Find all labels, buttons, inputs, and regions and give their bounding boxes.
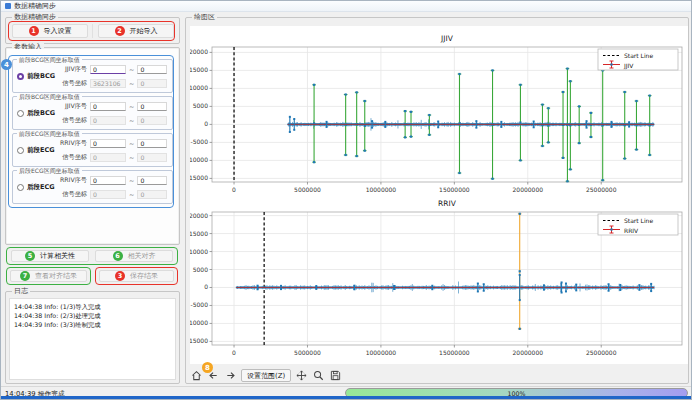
radio-ecg-front[interactable]: 前段ECG — [17, 146, 55, 155]
badge-6: 6 — [113, 251, 123, 261]
bcg-rear-index-end-input[interactable] — [137, 102, 167, 111]
save-icon[interactable] — [329, 369, 342, 382]
ecg-front-coord-end-input[interactable] — [137, 153, 167, 162]
calc-correlation-button[interactable]: 5计算相关性 — [11, 250, 89, 262]
params-groupbox: 参数输入 前段BCG区间坐标取值前段BCGJJIV序号~信号坐标~后段BCG区间… — [5, 47, 180, 245]
param-section-title: 前段BCG区间坐标取值 — [17, 56, 82, 63]
ecg-front-coord-start-input[interactable] — [90, 153, 126, 162]
svg-text:RRIV: RRIV — [624, 227, 639, 234]
radio-label: 后段BCG — [27, 109, 55, 118]
tilde-separator: ~ — [129, 177, 134, 185]
svg-text:10000: 10000 — [190, 84, 208, 91]
save-result-button[interactable]: 3保存结果 — [99, 270, 174, 282]
action-button-label: 计算相关性 — [40, 251, 75, 261]
svg-text:-15000: -15000 — [190, 337, 208, 344]
param-row: 信号坐标~ — [55, 115, 170, 126]
home-icon[interactable] — [190, 369, 203, 382]
param-row: RRIV序号~ — [55, 138, 170, 149]
ecg-rear-index-end-input[interactable] — [137, 176, 167, 185]
plot-groupbox: 绘图区 050000001000000015000000200000002500… — [185, 17, 689, 384]
taskbar-edge — [1, 396, 691, 399]
app-window: 数据精确同步 数据精确同步 1 导入设置 2 开始导入 参数输入 前段BCG区间… — [0, 0, 692, 400]
import-settings-label: 导入设置 — [44, 26, 72, 36]
badge-8: 8 — [202, 362, 213, 373]
bcg-rear-index-start-input[interactable] — [90, 102, 126, 111]
svg-text:-15000: -15000 — [190, 174, 208, 181]
annotation-rect-view-result: 7查看对齐结果 — [6, 267, 91, 285]
title-bar: 数据精确同步 — [1, 1, 691, 12]
radio-circle[interactable] — [17, 73, 24, 80]
svg-text:RRIV: RRIV — [438, 199, 457, 208]
svg-text:-10000: -10000 — [190, 319, 208, 326]
svg-text:15000000: 15000000 — [439, 349, 470, 356]
radio-circle[interactable] — [17, 147, 24, 154]
bcg-front-index-end-input[interactable] — [137, 65, 167, 74]
plot-toolbar: 设置范围(Z) — [190, 368, 342, 383]
plot-groupbox-label: 绘图区 — [192, 13, 217, 21]
param-row-label: 信号坐标 — [55, 79, 87, 88]
radio-ecg-rear[interactable]: 后段ECG — [17, 183, 55, 192]
bcg-front-coord-start-input[interactable] — [90, 79, 126, 88]
ecg-front-index-end-input[interactable] — [137, 139, 167, 148]
action-button-label: 查看对齐结果 — [35, 271, 77, 281]
svg-text:JJIV: JJIV — [440, 34, 454, 43]
radio-label: 后段ECG — [27, 183, 55, 192]
svg-text:20000000: 20000000 — [513, 349, 544, 356]
figure-canvas[interactable]: 0500000010000000150000002000000025000000… — [190, 26, 688, 364]
radio-circle[interactable] — [17, 110, 24, 117]
svg-text:-10000: -10000 — [190, 156, 208, 163]
svg-text:15000: 15000 — [190, 230, 208, 237]
bcg-rear-coord-end-input[interactable] — [137, 116, 167, 125]
param-section-title: 前段ECG区间坐标取值 — [17, 130, 82, 137]
svg-text:JJIV: JJIV — [623, 62, 634, 70]
svg-text:Start Line: Start Line — [624, 217, 653, 224]
forward-icon[interactable] — [224, 369, 237, 382]
param-row-label: RRIV序号 — [55, 176, 87, 185]
param-row: 信号坐标~ — [55, 189, 170, 200]
svg-text:25000000: 25000000 — [586, 186, 617, 193]
param-section-title: 后段ECG区间坐标取值 — [17, 167, 82, 174]
radio-circle[interactable] — [17, 184, 24, 191]
ecg-front-index-start-input[interactable] — [90, 139, 126, 148]
bcg-front-index-start-input[interactable] — [90, 65, 126, 74]
set-range-label: 设置范围(Z) — [247, 371, 285, 381]
radio-bcg-front[interactable]: 前段BCG — [17, 72, 55, 81]
svg-text:-5000: -5000 — [191, 301, 209, 308]
log-line: 14:04:38 Info: (1/3)导入完成 — [14, 302, 171, 311]
log-line: 14:04:39 Info: (3/3)绘制完成 — [14, 320, 171, 329]
sync-groupbox: 数据精确同步 1 导入设置 2 开始导入 — [5, 17, 180, 44]
svg-text:-5000: -5000 — [191, 138, 209, 145]
set-range-button[interactable]: 设置范围(Z) — [241, 369, 291, 382]
radio-bcg-rear[interactable]: 后段BCG — [17, 109, 55, 118]
button-divider — [92, 24, 93, 38]
svg-text:0: 0 — [204, 120, 208, 127]
bcg-front-coord-end-input[interactable] — [137, 79, 167, 88]
window-title: 数据精确同步 — [14, 1, 56, 11]
ecg-rear-coord-start-input[interactable] — [90, 190, 126, 199]
param-row: JJIV序号~ — [55, 101, 170, 112]
svg-text:15000000: 15000000 — [439, 186, 470, 193]
svg-text:10000: 10000 — [190, 248, 208, 255]
svg-text:10000000: 10000000 — [366, 186, 397, 193]
radio-label: 前段ECG — [27, 146, 55, 155]
param-section-ecg-rear: 后段ECG区间坐标取值后段ECGRRIV序号~信号坐标~ — [12, 170, 173, 204]
pan-icon[interactable] — [295, 369, 308, 382]
correlation-align-button[interactable]: 6相关对齐 — [95, 250, 173, 262]
ecg-rear-index-start-input[interactable] — [90, 176, 126, 185]
log-textarea[interactable]: 14:04:38 Info: (1/3)导入完成14:04:38 Info: (… — [9, 298, 176, 380]
badge-1: 1 — [29, 26, 39, 36]
svg-text:20000: 20000 — [190, 48, 208, 55]
action-button-label: 保存结果 — [130, 271, 158, 281]
tilde-separator: ~ — [129, 154, 134, 162]
bcg-rear-coord-start-input[interactable] — [90, 116, 126, 125]
param-row: 信号坐标~ — [55, 78, 170, 89]
ecg-rear-coord-end-input[interactable] — [137, 190, 167, 199]
import-settings-button[interactable]: 1 导入设置 — [12, 24, 88, 38]
view-align-result-button[interactable]: 7查看对齐结果 — [10, 270, 87, 282]
start-import-button[interactable]: 2 开始导入 — [98, 24, 174, 38]
param-row-label: 信号坐标 — [55, 116, 87, 125]
svg-text:25000000: 25000000 — [586, 349, 617, 356]
badge-7: 7 — [20, 271, 30, 281]
app-icon — [5, 3, 11, 9]
zoom-icon[interactable] — [312, 369, 325, 382]
